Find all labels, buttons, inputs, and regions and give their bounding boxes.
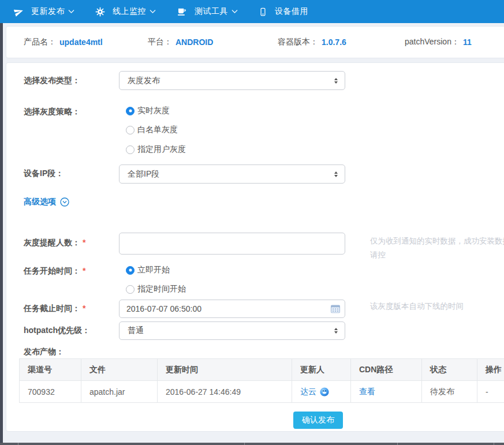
coffee-cup-icon bbox=[177, 7, 187, 17]
chevron-down-icon bbox=[68, 9, 74, 14]
container-version-value: 1.0.7.6 bbox=[322, 38, 346, 47]
col-file: 文件 bbox=[81, 359, 158, 381]
table-row: 700932 apatch.jar 2016-06-27 14:46:49 达云 bbox=[20, 381, 504, 403]
radio-icon bbox=[126, 285, 135, 294]
radio-icon bbox=[126, 107, 135, 115]
top-navbar: 更新发布 bbox=[0, 0, 504, 23]
nav-item-update-release[interactable]: 更新发布 bbox=[14, 6, 74, 17]
cell-cdn-path: 查看 bbox=[351, 381, 422, 403]
start-time-label: 任务开始时间：* bbox=[24, 266, 85, 276]
patch-version-value: 11 bbox=[463, 38, 472, 47]
select-arrows-icon bbox=[334, 171, 338, 177]
gray-strategy-label: 选择灰度策略： bbox=[24, 107, 80, 117]
product-info-card: 产品名： update4mtl 平台： ANDROID 容器版本： 1.0.7.… bbox=[6, 26, 504, 58]
cell-update-time: 2016-06-27 14:46:49 bbox=[158, 381, 292, 403]
wangwang-messenger-icon[interactable] bbox=[320, 387, 329, 397]
container-version-field: 容器版本： 1.0.7.6 bbox=[278, 27, 346, 58]
product-name-field: 产品名： update4mtl bbox=[24, 27, 103, 58]
container-version-label: 容器版本： bbox=[278, 37, 318, 47]
release-type-select[interactable]: 灰度发布 bbox=[119, 71, 345, 90]
select-arrows-icon bbox=[334, 328, 338, 334]
nav-item-label: 设备借用 bbox=[275, 6, 308, 17]
nav-item-label: 测试工具 bbox=[195, 6, 228, 17]
platform-label: 平台： bbox=[148, 37, 172, 47]
radio-realtime-gray[interactable]: 实时灰度 bbox=[126, 106, 170, 116]
select-arrows-icon bbox=[334, 78, 338, 84]
col-channel: 渠道号 bbox=[20, 359, 81, 381]
notify-count-label: 灰度提醒人数：* bbox=[24, 238, 85, 248]
confirm-publish-button[interactable]: 确认发布 bbox=[293, 412, 343, 429]
nav-item-test-tools[interactable]: 测试工具 bbox=[177, 6, 238, 17]
window-bottom-edge bbox=[0, 443, 504, 445]
end-time-hint: 该灰度版本自动下线的时间 bbox=[370, 300, 504, 313]
end-time-field bbox=[119, 300, 345, 318]
nav-item-online-monitor[interactable]: 线上监控 bbox=[95, 6, 156, 17]
paper-plane-icon bbox=[14, 7, 24, 17]
advanced-options-link[interactable]: 高级选项 bbox=[24, 197, 69, 207]
required-mark: * bbox=[83, 304, 85, 313]
hotpatch-priority-selected-value: 普通 bbox=[128, 326, 144, 336]
advanced-options-label: 高级选项 bbox=[24, 197, 56, 207]
patch-version-field: patchVersion： 11 bbox=[405, 27, 472, 58]
updater-link[interactable]: 达云 bbox=[300, 387, 316, 397]
hotpatch-priority-select[interactable]: 普通 bbox=[119, 321, 345, 340]
patch-version-label: patchVersion： bbox=[405, 37, 460, 47]
cell-file: apatch.jar bbox=[81, 381, 158, 403]
cell-channel: 700932 bbox=[20, 381, 81, 403]
platform-field: 平台： ANDROID bbox=[148, 27, 213, 58]
radio-label: 指定时间开始 bbox=[137, 284, 186, 294]
device-ip-label: 设备IP段： bbox=[24, 169, 64, 179]
radio-icon bbox=[126, 126, 135, 134]
smartphone-icon bbox=[259, 7, 267, 17]
col-action: 操作 bbox=[477, 359, 504, 381]
device-ip-select[interactable]: 全部IP段 bbox=[119, 164, 345, 184]
end-time-input[interactable] bbox=[119, 300, 345, 318]
cell-status: 待发布 bbox=[422, 381, 477, 403]
product-name-value: update4mtl bbox=[59, 38, 103, 47]
cell-updater: 达云 bbox=[292, 381, 351, 403]
radio-label: 白名单灰度 bbox=[137, 125, 178, 135]
window-left-edge bbox=[0, 23, 3, 445]
table-header-row: 渠道号 文件 更新时间 更新人 CDN路径 状态 操作 bbox=[20, 359, 504, 381]
radio-label: 指定用户灰度 bbox=[137, 144, 186, 155]
release-type-selected-value: 灰度发布 bbox=[128, 76, 160, 86]
notify-count-input[interactable] bbox=[119, 233, 345, 255]
cdn-view-link[interactable]: 查看 bbox=[359, 387, 375, 396]
radio-whitelist-gray[interactable]: 白名单灰度 bbox=[126, 125, 178, 135]
radio-start-at-time[interactable]: 指定时间开始 bbox=[126, 284, 186, 294]
gear-icon bbox=[95, 7, 105, 17]
end-time-label: 任务截止时间：* bbox=[24, 304, 85, 314]
col-cdn-path: CDN路径 bbox=[351, 359, 422, 381]
notify-count-hint: 仅为收到通知的实时数据，成功安装数据请控 bbox=[370, 234, 504, 262]
nav-item-device-borrow[interactable]: 设备借用 bbox=[259, 6, 308, 17]
chevron-down-icon bbox=[150, 9, 156, 14]
chevron-down-circle-icon bbox=[60, 197, 69, 207]
chevron-down-icon bbox=[232, 9, 238, 14]
cell-action: - bbox=[477, 381, 504, 403]
artifacts-label: 发布产物： bbox=[24, 347, 64, 357]
release-form-card: 选择发布类型： 灰度发布 选择灰度策略： 实时灰度 白名单灰度 指定用户灰度 设… bbox=[6, 62, 504, 432]
artifacts-table: 渠道号 文件 更新时间 更新人 CDN路径 状态 操作 700932 apatc… bbox=[19, 358, 504, 403]
release-type-label: 选择发布类型： bbox=[24, 76, 80, 86]
col-update-time: 更新时间 bbox=[158, 359, 292, 381]
radio-label: 实时灰度 bbox=[137, 106, 170, 116]
product-name-label: 产品名： bbox=[24, 37, 56, 47]
radio-specified-user-gray[interactable]: 指定用户灰度 bbox=[126, 144, 186, 155]
col-updater: 更新人 bbox=[292, 359, 351, 381]
calendar-icon[interactable] bbox=[331, 305, 340, 313]
col-status: 状态 bbox=[422, 359, 477, 381]
radio-icon bbox=[126, 145, 135, 154]
nav-item-label: 更新发布 bbox=[31, 6, 65, 17]
platform-value: ANDROID bbox=[176, 38, 213, 47]
required-mark: * bbox=[83, 238, 85, 247]
required-mark: * bbox=[83, 266, 85, 275]
hotpatch-priority-label: hotpatch优先级： bbox=[24, 326, 90, 336]
radio-start-immediately[interactable]: 立即开始 bbox=[126, 265, 170, 275]
nav-item-label: 线上监控 bbox=[113, 6, 146, 17]
device-ip-selected-value: 全部IP段 bbox=[128, 169, 159, 180]
radio-icon bbox=[126, 266, 135, 275]
radio-label: 立即开始 bbox=[137, 265, 170, 275]
